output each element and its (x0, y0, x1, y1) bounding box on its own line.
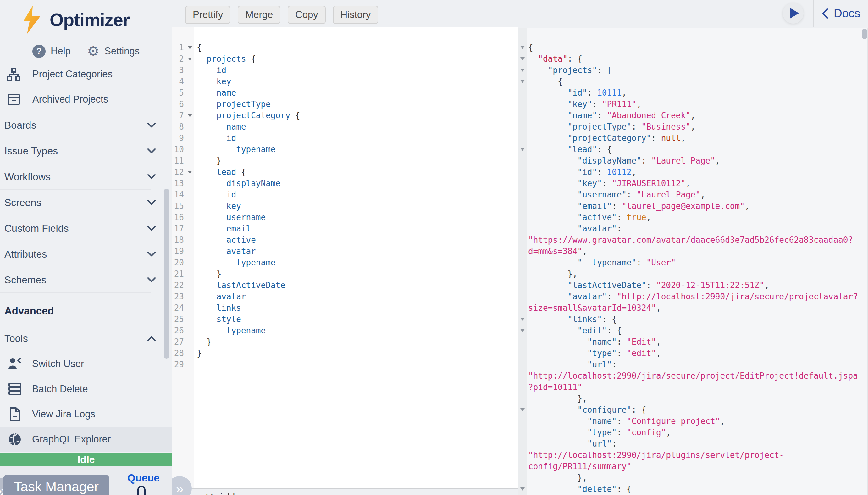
query-editor[interactable]: { projects { id key name projectType pro… (197, 27, 300, 370)
line-number: 13 (172, 178, 194, 189)
line-number: 12 (172, 166, 194, 178)
switch-user-icon (7, 357, 23, 371)
toolbar-button-copy[interactable]: Copy (288, 6, 325, 24)
sidebar-section-schemes[interactable]: Schemes (0, 267, 172, 293)
sidebar-section-attributes[interactable]: Attributes (0, 241, 172, 267)
sidebar-nav: Project CategoriesArchived ProjectsBoard… (0, 62, 172, 452)
result-line: "avatar": "http://localhost:2990/jira/se… (528, 291, 858, 302)
result-line: "name": "Abandoned Creek", (528, 110, 858, 121)
query-line (197, 359, 300, 370)
query-variables-bar[interactable]: Query Variables (172, 489, 518, 495)
fold-toggle-icon[interactable] (520, 148, 525, 151)
fold-toggle-icon[interactable] (520, 318, 525, 321)
docs-toggle[interactable]: Docs (821, 7, 860, 20)
line-number: 24 (172, 302, 194, 313)
query-line: id (197, 65, 300, 76)
execute-query-button[interactable] (783, 3, 803, 23)
query-line: links (197, 302, 300, 313)
line-number: 25 (172, 313, 194, 325)
query-line: projectCategory { (197, 110, 300, 121)
result-line: "url": (528, 438, 858, 449)
logo: Optimizer (22, 6, 129, 34)
result-line: "links": { (528, 313, 858, 325)
fold-toggle-icon[interactable] (520, 329, 525, 332)
line-number: 1 (172, 42, 194, 53)
optimizer-app: Optimizer ? Help ⚙ Settings Project Cate… (0, 0, 868, 495)
query-line: __typename (197, 257, 300, 268)
query-line: projectType (197, 99, 300, 110)
sidebar-item-label: Switch User (32, 358, 84, 370)
topbar: PrettifyMergeCopyHistory Docs (172, 0, 868, 27)
toolbar: PrettifyMergeCopyHistory (185, 6, 378, 24)
sidebar-section-tools[interactable]: Tools (0, 325, 172, 351)
result-line: { (528, 76, 858, 87)
fold-toggle-icon[interactable] (188, 114, 192, 117)
sidebar-section-issue-types[interactable]: Issue Types (0, 138, 172, 164)
lightning-bolt-icon (22, 6, 41, 34)
task-manager-button[interactable]: Task Manager (3, 475, 109, 495)
fold-toggle-icon[interactable] (188, 57, 192, 61)
editor-gutter: 1234567891011121314151617181920212223242… (172, 27, 194, 495)
sidebar-item-project-categories[interactable]: Project Categories (0, 62, 172, 87)
help-button[interactable]: ? Help (32, 45, 71, 58)
line-number: 4 (172, 76, 194, 87)
chevron-up-icon (147, 335, 156, 342)
result-line: "configure": { (528, 404, 858, 415)
fold-toggle-icon[interactable] (520, 80, 525, 83)
jira-logs-icon (7, 407, 23, 422)
result-line: "type": "config", (528, 427, 858, 438)
docs-label: Docs (834, 7, 860, 20)
sidebar-scrollbar[interactable] (164, 189, 169, 359)
sidebar-item-batch-delete[interactable]: Batch Delete (0, 376, 172, 402)
toolbar-button-prettify[interactable]: Prettify (185, 6, 230, 24)
result-line: "lastActiveDate": "2020-12-15T11:22:51Z"… (528, 279, 858, 291)
results-pane: { "data": { "projects": [ { "id": 10111,… (518, 28, 868, 495)
result-line: }, (528, 268, 858, 279)
result-line: "http://localhost:2990/jira/secure/proje… (528, 370, 858, 381)
fold-toggle-icon[interactable] (520, 57, 525, 61)
line-number: 29 (172, 359, 194, 370)
line-number: 19 (172, 245, 194, 257)
query-line: id (197, 189, 300, 200)
sidebar-section-boards[interactable]: Boards (0, 112, 172, 138)
line-number: 22 (172, 279, 194, 291)
query-line: projects { (197, 53, 300, 65)
line-number: 2 (172, 53, 194, 65)
fold-toggle-icon[interactable] (520, 46, 525, 49)
sidebar-item-label: Archived Projects (32, 94, 108, 105)
toolbar-button-merge[interactable]: Merge (238, 6, 280, 24)
toolbar-button-history[interactable]: History (333, 6, 378, 24)
task-manager-label: Task Manager (14, 479, 99, 494)
settings-button[interactable]: ⚙ Settings (87, 45, 140, 58)
sidebar-item-switch-user[interactable]: Switch User (0, 351, 172, 376)
line-number: 18 (172, 234, 194, 245)
sidebar-item-graphql-explorer[interactable]: GraphQL Explorer (0, 427, 172, 452)
sidebar-section-workflows[interactable]: Workflows (0, 164, 172, 190)
advanced-section-header: Advanced (0, 299, 172, 323)
sidebar-item-label: GraphQL Explorer (32, 434, 111, 445)
fold-toggle-icon[interactable] (520, 488, 525, 491)
line-number: 15 (172, 200, 194, 212)
sitemap-icon (6, 67, 21, 81)
help-label: Help (51, 46, 71, 57)
archive-icon (6, 92, 21, 106)
fold-toggle-icon[interactable] (520, 69, 525, 72)
result-line: ?pid=10111" (528, 381, 858, 393)
sidebar-section-label: Custom Fields (4, 223, 69, 234)
sidebar-section-custom-fields[interactable]: Custom Fields (0, 216, 172, 241)
query-line: name (197, 121, 300, 132)
sidebar-item-view-jira-logs[interactable]: View Jira Logs (0, 402, 172, 427)
query-line: email (197, 223, 300, 234)
results-scrollbar[interactable] (862, 29, 867, 39)
sidebar-footer: » Task Manager Queue 0 (0, 466, 172, 495)
sidebar-item-archived-projects[interactable]: Archived Projects (0, 87, 172, 112)
gear-icon: ⚙ (87, 45, 99, 58)
fold-toggle-icon[interactable] (520, 408, 525, 411)
fold-toggle-icon[interactable] (188, 46, 192, 49)
sidebar-section-screens[interactable]: Screens (0, 190, 172, 216)
query-line: username (197, 212, 300, 223)
result-line: config/PR111/summary" (528, 461, 858, 472)
fold-toggle-icon[interactable] (188, 171, 192, 174)
help-settings-row: ? Help ⚙ Settings (32, 45, 140, 58)
query-line: name (197, 87, 300, 99)
